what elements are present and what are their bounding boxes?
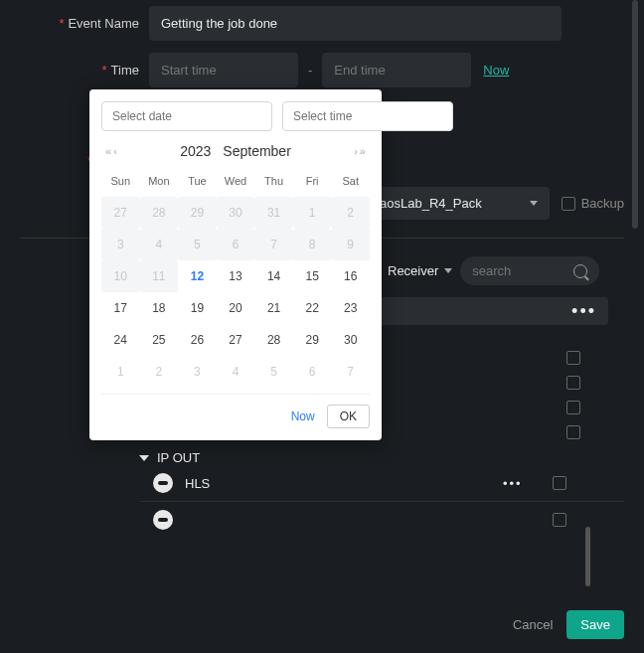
search-icon — [573, 264, 587, 278]
start-time-input[interactable] — [149, 53, 298, 87]
backup-label: Backup — [581, 196, 624, 211]
calendar-day[interactable]: 20 — [217, 292, 255, 324]
dow-header: Mon — [140, 169, 179, 197]
list-item[interactable] — [139, 502, 624, 538]
year-label[interactable]: 2023 — [180, 143, 211, 159]
calendar-day[interactable]: 18 — [140, 292, 179, 324]
calendar-day[interactable]: 22 — [293, 292, 332, 324]
dow-header: Sat — [331, 169, 370, 197]
next-year-button[interactable]: › » — [354, 145, 366, 157]
calendar-day: 29 — [178, 197, 217, 229]
calendar-day[interactable]: 14 — [254, 260, 293, 292]
calendar-day: 2 — [331, 197, 370, 229]
row-checkbox[interactable] — [566, 376, 580, 390]
calendar-day[interactable]: 15 — [293, 260, 332, 292]
search-input[interactable] — [472, 263, 573, 278]
dow-header: Fri — [293, 169, 332, 197]
search-wrap[interactable] — [460, 256, 599, 285]
chevron-down-icon — [444, 268, 452, 273]
calendar-day: 27 — [101, 197, 140, 229]
event-name-label: Event Name — [20, 16, 149, 31]
row-checkbox[interactable] — [553, 513, 566, 527]
group-label: IP OUT — [157, 450, 200, 465]
chevron-left-icon: ‹ — [113, 145, 117, 157]
calendar-day[interactable]: 27 — [217, 324, 255, 356]
calendar-day: 31 — [254, 197, 293, 229]
calendar-day: 1 — [293, 197, 332, 229]
encoder-select[interactable]: aosLab_R4_Pack — [368, 187, 550, 220]
cancel-button[interactable]: Cancel — [513, 617, 553, 632]
calendar-day[interactable]: 24 — [101, 324, 140, 356]
prev-year-button[interactable]: « ‹ — [105, 145, 117, 157]
row-checkbox[interactable] — [566, 351, 580, 365]
calendar-day: 4 — [140, 229, 179, 260]
encoder-value: aosLab_R4_Pack — [380, 196, 482, 211]
calendar-day: 7 — [254, 229, 293, 260]
calendar-day[interactable]: 17 — [101, 292, 140, 324]
calendar-day[interactable]: 26 — [178, 324, 217, 356]
calendar-day: 10 — [101, 260, 140, 292]
calendar-day[interactable]: 19 — [178, 292, 217, 324]
time-input[interactable] — [282, 101, 453, 131]
calendar-day[interactable]: 28 — [254, 324, 293, 356]
save-button[interactable]: Save — [566, 610, 624, 639]
receiver-select[interactable]: Receiver — [388, 263, 452, 278]
month-label[interactable]: September — [223, 143, 290, 159]
calendar-day[interactable]: 16 — [331, 260, 370, 292]
hls-row[interactable]: HLS ••• — [139, 465, 624, 502]
calendar-day: 8 — [293, 229, 332, 260]
dow-header: Sun — [101, 169, 140, 197]
calendar-day: 3 — [178, 356, 217, 388]
time-dash: - — [308, 63, 312, 78]
stream-icon — [153, 473, 173, 493]
date-input[interactable] — [101, 101, 272, 131]
calendar-day: 11 — [140, 260, 179, 292]
dow-header: Wed — [217, 169, 255, 197]
row-checkbox[interactable] — [553, 476, 566, 490]
calendar-day[interactable]: 12 — [178, 260, 217, 292]
dow-header: Tue — [178, 169, 217, 197]
calendar-day: 30 — [217, 197, 255, 229]
calendar-day: 1 — [101, 356, 140, 388]
calendar-day: 3 — [101, 229, 140, 260]
time-label: Time — [20, 63, 149, 78]
double-chevron-right-icon: » — [360, 145, 366, 157]
dow-header: Thu — [254, 169, 293, 197]
stream-icon — [153, 510, 173, 530]
dp-ok-button[interactable]: OK — [327, 405, 370, 428]
calendar-day: 28 — [140, 197, 179, 229]
calendar-day[interactable]: 25 — [140, 324, 179, 356]
chevron-down-icon — [530, 201, 538, 206]
more-icon[interactable]: ••• — [503, 476, 523, 491]
page-scrollbar[interactable] — [632, 0, 638, 229]
backup-checkbox-wrap[interactable]: Backup — [562, 196, 624, 211]
calendar-grid: SunMonTueWedThuFriSat2728293031123456789… — [101, 169, 370, 388]
calendar-day: 7 — [331, 356, 370, 388]
now-link[interactable]: Now — [483, 63, 509, 78]
dp-now-button[interactable]: Now — [291, 409, 315, 423]
calendar-day[interactable]: 23 — [331, 292, 370, 324]
row-checkbox[interactable] — [566, 401, 580, 414]
chevron-right-icon: › — [354, 145, 358, 157]
calendar-day: 5 — [178, 229, 217, 260]
event-name-input[interactable] — [149, 6, 562, 41]
calendar-day: 2 — [140, 356, 179, 388]
row-checkbox[interactable] — [566, 425, 580, 439]
calendar-day: 5 — [254, 356, 293, 388]
end-time-input[interactable] — [322, 53, 471, 87]
calendar-day: 4 — [217, 356, 255, 388]
datepicker-popover: « ‹ 2023 September › » SunMonTueWedThuFr… — [89, 89, 382, 440]
tree-group-header[interactable]: IP OUT — [139, 450, 624, 465]
calendar-day[interactable]: 30 — [331, 324, 370, 356]
triangle-down-icon — [139, 455, 149, 461]
calendar-day[interactable]: 29 — [293, 324, 332, 356]
double-chevron-left-icon: « — [105, 145, 111, 157]
receiver-label: Receiver — [388, 263, 438, 278]
hls-label: HLS — [185, 476, 210, 491]
calendar-day[interactable]: 21 — [254, 292, 293, 324]
more-icon[interactable]: ••• — [571, 307, 596, 315]
backup-checkbox[interactable] — [562, 197, 575, 211]
calendar-day[interactable]: 13 — [217, 260, 255, 292]
calendar-day: 9 — [331, 229, 370, 260]
calendar-day: 6 — [293, 356, 332, 388]
